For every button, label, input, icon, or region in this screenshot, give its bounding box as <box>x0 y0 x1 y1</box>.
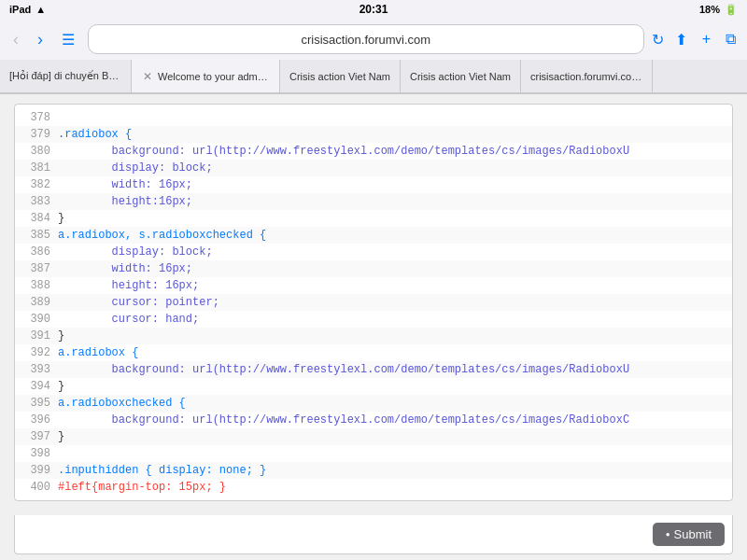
line-number: 388 <box>22 277 50 294</box>
code-line: 387 width: 16px; <box>15 260 732 277</box>
code-line: 395a.radioboxchecked { <box>15 395 732 412</box>
line-number: 382 <box>22 176 50 193</box>
line-number: 383 <box>22 193 50 210</box>
line-code[interactable]: #left{margin-top: 15px; } <box>58 479 226 496</box>
code-line: 378 <box>15 109 732 126</box>
line-code[interactable]: background: url(http://www.freestylexl.c… <box>58 412 629 428</box>
browser-toolbar: ‹ › ☰ crisisaction.forumvi.com ↻ ⬆ + ⧉ <box>0 19 747 60</box>
line-number: 378 <box>22 109 50 126</box>
code-editor: 378379.radiobox {380 background: url(htt… <box>14 104 733 501</box>
code-line: 393 background: url(http://www.freestyle… <box>15 361 732 378</box>
line-code[interactable]: } <box>58 210 64 227</box>
line-code[interactable]: height:16px; <box>58 193 192 210</box>
line-code[interactable]: a.radioboxchecked { <box>58 395 186 412</box>
code-line: 394} <box>15 378 732 395</box>
tabs-overview-button[interactable]: ⧉ <box>722 29 740 49</box>
line-code[interactable]: .inputhidden { display: none; } <box>58 462 266 479</box>
line-number: 391 <box>22 328 50 344</box>
line-number: 389 <box>22 294 50 311</box>
line-number: 400 <box>22 479 50 496</box>
url-text: crisisaction.forumvi.com <box>301 33 430 47</box>
line-code[interactable]: } <box>58 428 64 445</box>
code-line: 386 display: block; <box>15 244 732 260</box>
line-code[interactable]: a.radiobox, s.radioboxchecked { <box>58 227 266 244</box>
line-number: 393 <box>22 361 50 378</box>
forward-button[interactable]: › <box>32 29 49 49</box>
tab-2-close[interactable]: ✕ <box>141 71 154 82</box>
line-code[interactable]: cursor: hand; <box>58 311 199 328</box>
tab-2-label: Welcome to your administr... <box>158 71 270 82</box>
line-number: 395 <box>22 395 50 412</box>
line-code[interactable]: .radiobox { <box>58 126 132 143</box>
code-line: 388 height: 16px; <box>15 277 732 294</box>
line-number: 390 <box>22 311 50 328</box>
time-label: 20:31 <box>359 3 388 16</box>
code-line: 385a.radiobox, s.radioboxchecked { <box>15 227 732 244</box>
add-tab-button[interactable]: + <box>698 29 714 49</box>
line-number: 397 <box>22 428 50 445</box>
code-line: 389 cursor: pointer; <box>15 294 732 311</box>
line-number: 392 <box>22 344 50 361</box>
page-content: 378379.radiobox {380 background: url(htt… <box>0 94 747 560</box>
code-line: 379.radiobox { <box>15 126 732 143</box>
line-code[interactable]: } <box>58 378 64 395</box>
tab-5[interactable]: crisisaction.forumvi.com/64-It... <box>521 60 653 92</box>
line-code[interactable]: cursor: pointer; <box>58 294 219 311</box>
code-line: 396 background: url(http://www.freestyle… <box>15 412 732 428</box>
code-line: 382 width: 16px; <box>15 176 732 193</box>
code-lines: 378379.radiobox {380 background: url(htt… <box>15 105 732 500</box>
line-number: 386 <box>22 244 50 260</box>
code-line: 397} <box>15 428 732 445</box>
tabs-bar: [Hỏi đáp] di chuyển Băng Las... ✕ Welcom… <box>0 60 747 93</box>
reload-button[interactable]: ↻ <box>652 31 664 49</box>
line-code[interactable]: width: 16px; <box>58 260 192 277</box>
status-bar: iPad ▲ 20:31 18% 🔋 <box>0 0 747 19</box>
tab-3-label: Crisis action Viet Nam <box>289 71 390 82</box>
carrier-label: iPad <box>9 4 31 15</box>
address-bar[interactable]: crisisaction.forumvi.com <box>88 24 644 54</box>
tab-1-label: [Hỏi đáp] di chuyển Băng Las... <box>9 70 121 82</box>
code-line: 383 height:16px; <box>15 193 732 210</box>
line-number: 394 <box>22 378 50 395</box>
tab-4-label: Crisis action Viet Nam <box>410 71 511 82</box>
tab-2[interactable]: ✕ Welcome to your administr... <box>132 60 280 92</box>
browser-chrome: ‹ › ☰ crisisaction.forumvi.com ↻ ⬆ + ⧉ [… <box>0 19 747 94</box>
tab-1[interactable]: [Hỏi đáp] di chuyển Băng Las... <box>0 60 132 92</box>
submit-row: Submit <box>14 515 733 554</box>
code-line: 391} <box>15 328 732 344</box>
line-code[interactable]: } <box>58 328 64 344</box>
code-line: 390 cursor: hand; <box>15 311 732 328</box>
line-code[interactable]: display: block; <box>58 244 213 260</box>
submit-button[interactable]: Submit <box>653 523 725 546</box>
code-line: 400#left{margin-top: 15px; } <box>15 479 732 496</box>
line-number: 380 <box>22 143 50 160</box>
line-number: 396 <box>22 412 50 428</box>
code-line: 380 background: url(http://www.freestyle… <box>15 143 732 160</box>
line-number: 385 <box>22 227 50 244</box>
reading-list-button[interactable]: ☰ <box>56 29 80 50</box>
tab-3[interactable]: Crisis action Viet Nam <box>280 60 401 92</box>
battery-label: 18% <box>699 4 720 15</box>
line-code[interactable]: display: block; <box>58 160 213 176</box>
line-number: 387 <box>22 260 50 277</box>
line-number: 381 <box>22 160 50 176</box>
line-number: 398 <box>22 445 50 462</box>
line-code[interactable]: a.radiobox { <box>58 344 138 361</box>
tab-5-label: crisisaction.forumvi.com/64-It... <box>530 71 642 82</box>
line-number: 384 <box>22 210 50 227</box>
code-line: 398 <box>15 445 732 462</box>
line-number: 379 <box>22 126 50 143</box>
back-button[interactable]: ‹ <box>7 29 24 49</box>
line-number: 399 <box>22 462 50 479</box>
tab-4[interactable]: Crisis action Viet Nam <box>401 60 521 92</box>
code-line: 392a.radiobox { <box>15 344 732 361</box>
battery-icon: 🔋 <box>725 4 738 16</box>
share-button[interactable]: ⬆ <box>671 29 691 50</box>
wifi-icon: ▲ <box>35 4 46 15</box>
code-line: 384} <box>15 210 732 227</box>
line-code[interactable]: width: 16px; <box>58 176 192 193</box>
line-code[interactable]: height: 16px; <box>58 277 199 294</box>
code-line: 381 display: block; <box>15 160 732 176</box>
line-code[interactable]: background: url(http://www.freestylexl.c… <box>58 143 629 160</box>
line-code[interactable]: background: url(http://www.freestylexl.c… <box>58 361 629 378</box>
